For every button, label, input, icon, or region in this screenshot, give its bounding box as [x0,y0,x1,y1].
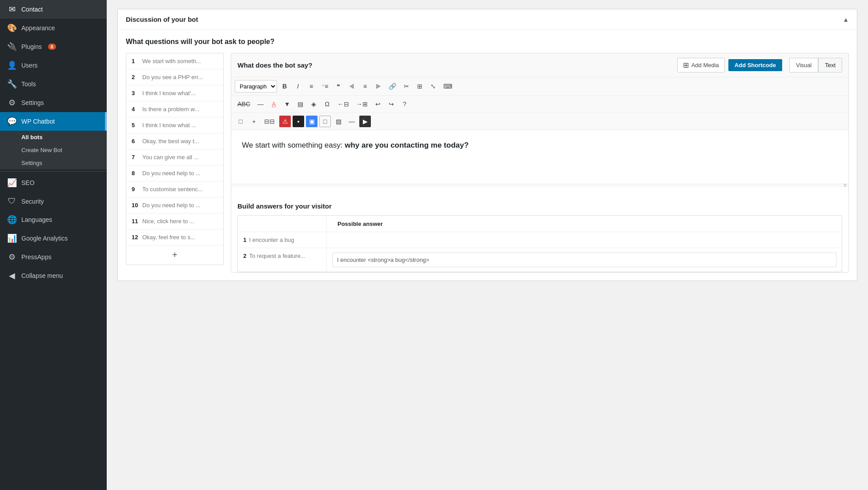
toolbar-blockquote[interactable]: ❝ [333,80,344,92]
sidebar-sub-all-bots[interactable]: All bots [0,131,107,144]
add-media-button[interactable]: ⊞ Add Media [677,58,725,72]
toolbar-dark-box[interactable]: ▪ [293,116,304,127]
sidebar-sub-chatbot-settings[interactable]: Settings [0,157,107,169]
question-item-8[interactable]: 8Do you need help to ... [126,165,223,181]
toolbar-font-color[interactable]: A [268,98,280,110]
sidebar-item-appearance[interactable]: 🎨 Appearance [0,19,107,37]
question-text: Okay, the best way t... [142,138,199,145]
sidebar-item-collapse-menu[interactable]: ◀ Collapse menu [0,266,107,285]
sidebar-item-label: Users [21,62,38,69]
sidebar-item-seo[interactable]: 📈 SEO [0,173,107,192]
toolbar-strikethrough[interactable]: ABC [235,98,253,110]
sidebar-item-label: Plugins [21,43,42,50]
toolbar-media-play[interactable]: ▶ [359,116,371,127]
toolbar-hr[interactable]: — [255,98,266,110]
toolbar-italic[interactable]: I [292,80,304,92]
paragraph-select[interactable]: Paragraph [235,80,277,92]
answer-2-input[interactable] [332,253,836,267]
question-item-6[interactable]: 6Okay, the best way t... [126,133,223,149]
tab-visual[interactable]: Visual [789,58,818,72]
toolbar-color-dropdown[interactable]: ▼ [281,98,293,110]
question-num: 4 [132,106,140,112]
toolbar-help[interactable]: ? [399,98,410,110]
question-item-1[interactable]: 1We start with someth... [126,53,223,69]
sidebar-item-tools[interactable]: 🔧 Tools [0,75,107,93]
tab-text[interactable]: Text [818,58,842,72]
toolbar-keyboard[interactable]: ⌨ [441,80,455,92]
answer-col1-header [238,216,327,232]
toolbar-white-box[interactable]: □ [319,116,331,127]
answer-row-1: 1 I encounter a bug [238,232,842,248]
answers-title: Build answers for your visitor [237,202,842,210]
sidebar-item-contact[interactable]: ✉ Contact [0,0,107,19]
toolbar-grid[interactable]: ▨ [333,116,344,127]
toolbar-fullscreen[interactable]: ⤡ [427,80,439,92]
sidebar: ✉ Contact 🎨 Appearance 🔌 Plugins 6 👤 Use… [0,0,107,490]
question-num: 9 [132,186,140,193]
question-num: 10 [132,202,140,209]
toolbar-ordered-list[interactable]: ⁻≡ [319,80,331,92]
add-question-button[interactable]: + [126,245,223,265]
question-text: Do you see a PHP err... [142,74,203,80]
toolbar-redo[interactable]: ↪ [386,98,397,110]
sidebar-sub-wp-chatbot: All bots Create New Bot Settings [0,131,107,169]
question-item-3[interactable]: 3I think I know what'... [126,85,223,101]
toolbar-dash[interactable]: — [346,116,358,127]
question-item-2[interactable]: 2Do you see a PHP err... [126,69,223,85]
question-item-9[interactable]: 9To customise sentenc... [126,181,223,197]
editor-resize-handle[interactable]: ⠿ [231,184,848,187]
toolbar-indent[interactable]: →⊞ [354,98,370,110]
answers-header-row: Possible answer [238,216,842,232]
question-num: 11 [132,218,140,225]
question-item-4[interactable]: 4Is there a problem w... [126,101,223,117]
section-question-label: What questions will your bot ask to peop… [126,38,849,46]
toolbar-undo[interactable]: ↩ [372,98,384,110]
sidebar-item-settings[interactable]: ⚙ Settings [0,93,107,112]
sidebar-item-languages[interactable]: 🌐 Languages [0,210,107,229]
toolbar-plus[interactable]: + [248,116,260,127]
toolbar-bold[interactable]: B [279,80,290,92]
toolbar-unordered-list[interactable]: ≡ [305,80,317,92]
question-item-11[interactable]: 11Nice, click here to ... [126,213,223,229]
toolbar-special-chars[interactable]: Ω [321,98,333,110]
sidebar-item-users[interactable]: 👤 Users [0,56,107,75]
question-item-10[interactable]: 10Do you need help to ... [126,197,223,213]
panel-header: Discussion of your bot ▲ [118,9,857,30]
seo-icon: 📈 [7,178,17,188]
editor-content[interactable]: We start with something easy: why are yo… [231,130,848,184]
answer-2-right[interactable] [327,248,842,272]
toolbar-insert-table[interactable]: ⊞ [414,80,426,92]
sidebar-item-wp-chatbot[interactable]: 💬 WP Chatbot [0,112,107,131]
sidebar-item-label: SEO [21,179,35,186]
toolbar-unlink[interactable]: ✂ [401,80,412,92]
sidebar-item-plugins[interactable]: 🔌 Plugins 6 [0,37,107,56]
add-shortcode-button[interactable]: Add Shortcode [728,59,782,71]
answer-1-num: 1 [243,237,246,243]
sidebar-item-pressapps[interactable]: ⚙ PressApps [0,248,107,266]
sidebar-item-security[interactable]: 🛡 Security [0,192,107,210]
panel-collapse-button[interactable]: ▲ [843,16,849,23]
toolbar-align-right[interactable]: ⫸ [373,80,384,92]
toolbar-blue-box[interactable]: ▣ [306,116,317,127]
answers-table: Possible answer 1 I encounter a bug [237,215,842,272]
toolbar-align-center[interactable]: ≡ [359,80,371,92]
toolbar-align-left[interactable]: ⫷ [346,80,358,92]
security-icon: 🛡 [7,197,17,206]
editor-view-tabs: ⊞ Add Media Add Shortcode Visual Text [677,58,842,72]
panel-body: What questions will your bot ask to peop… [118,30,857,281]
question-item-5[interactable]: 5I think I know what ... [126,117,223,133]
toolbar-outdent[interactable]: ←⊟ [335,98,352,110]
toolbar-columns[interactable]: ⊟⊟ [261,116,277,127]
sidebar-sub-create-new-bot[interactable]: Create New Bot [0,144,107,157]
question-item-12[interactable]: 12Okay, feel free to s... [126,229,223,245]
toolbar-link[interactable]: 🔗 [386,80,399,92]
toolbar-paste-text[interactable]: ▤ [295,98,306,110]
toolbar-warning[interactable]: ⚠ [279,116,291,127]
toolbar-clear-format[interactable]: ◈ [308,98,320,110]
settings-icon: ⚙ [7,98,17,108]
toolbar-box[interactable]: □ [235,116,246,127]
sidebar-item-google-analytics[interactable]: 📊 Google Analytics [0,229,107,248]
question-num: 6 [132,138,140,145]
answer-col2-header: Possible answer [327,216,842,232]
question-item-7[interactable]: 7You can give me all ... [126,149,223,165]
